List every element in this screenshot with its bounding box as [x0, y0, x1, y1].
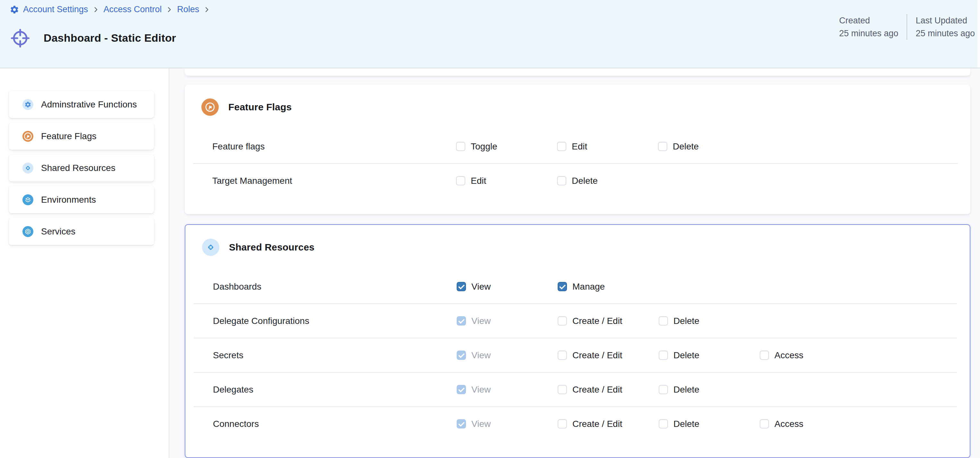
- sidebar-item-environments[interactable]: Environments: [9, 186, 154, 213]
- permission-edit: Edit: [456, 176, 557, 186]
- shared-resources-icon: [202, 239, 220, 256]
- role-target-icon: [10, 28, 31, 49]
- checkbox-access[interactable]: [760, 351, 769, 360]
- permission-access: Access: [760, 419, 861, 429]
- checkbox-create-edit[interactable]: [558, 316, 567, 326]
- section-title: Shared Resources: [229, 242, 315, 253]
- permission-label: Edit: [471, 176, 486, 186]
- sidebar-item-label: Services: [41, 226, 75, 237]
- permission-label: View: [471, 281, 491, 292]
- permission-row-delegates: DelegatesViewCreate / EditDelete: [185, 373, 970, 406]
- resource-label: Feature flags: [212, 142, 456, 152]
- sidebar-item-label: Environments: [41, 195, 96, 205]
- section-shared-resources: Shared ResourcesDashboardsViewManageDele…: [185, 224, 970, 458]
- permission-toggle: Toggle: [456, 142, 557, 152]
- resource-label: Delegate Configurations: [213, 316, 457, 326]
- checkbox-delete[interactable]: [659, 316, 668, 326]
- sidebar-item-shared-resources[interactable]: Shared Resources: [9, 154, 154, 181]
- sidebar-item-feature-flags[interactable]: Feature Flags: [9, 122, 154, 150]
- checkbox-view: [457, 385, 466, 394]
- permission-row-target-management: Target ManagementEditDelete: [185, 164, 970, 197]
- services-icon: [22, 226, 33, 237]
- permission-label: Toggle: [471, 142, 497, 152]
- checkbox-view: [457, 351, 466, 360]
- checkbox-delete[interactable]: [557, 176, 566, 185]
- permission-label: Delete: [673, 142, 699, 152]
- permission-view: View: [457, 419, 558, 429]
- permission-delete: Delete: [659, 316, 760, 326]
- permission-label: Edit: [572, 142, 587, 152]
- sidebar-item-services[interactable]: Services: [9, 218, 154, 245]
- checkbox-access[interactable]: [760, 419, 769, 428]
- checkbox-edit[interactable]: [456, 176, 465, 185]
- scrolled-card-edge: [185, 68, 970, 76]
- permission-view: View: [457, 385, 558, 395]
- permission-label: Create / Edit: [573, 316, 622, 326]
- permission-label: View: [471, 419, 491, 429]
- feature-flags-icon: [22, 131, 33, 142]
- permission-view: View: [457, 350, 558, 361]
- resource-label: Target Management: [212, 176, 456, 186]
- permission-create-edit: Create / Edit: [558, 316, 659, 326]
- breadcrumb-link-access-control[interactable]: Access Control: [103, 5, 162, 14]
- checkbox-create-edit[interactable]: [558, 419, 567, 428]
- created-label: Created: [839, 14, 899, 27]
- permission-manage: Manage: [558, 281, 659, 292]
- chevron-right-icon: [165, 6, 173, 13]
- checkbox-toggle[interactable]: [456, 142, 465, 151]
- permission-label: View: [471, 350, 491, 361]
- permission-label: Access: [775, 419, 803, 429]
- gear-icon: [22, 99, 33, 110]
- permission-delete: Delete: [659, 419, 760, 429]
- resource-label: Connectors: [213, 419, 457, 429]
- breadcrumb-link-roles[interactable]: Roles: [177, 5, 199, 14]
- resource-category-sidebar: Adminstrative FunctionsFeature FlagsShar…: [0, 68, 169, 458]
- section-header: Shared Resources: [185, 225, 970, 270]
- sidebar-item-adminstrative-functions[interactable]: Adminstrative Functions: [9, 91, 154, 118]
- checkbox-view: [457, 419, 466, 428]
- permission-create-edit: Create / Edit: [558, 419, 659, 429]
- permission-label: Create / Edit: [573, 419, 622, 429]
- scrollbar-track[interactable]: [977, 0, 980, 68]
- sidebar-item-label: Adminstrative Functions: [41, 99, 137, 110]
- permission-label: Manage: [573, 281, 605, 292]
- sidebar-item-label: Shared Resources: [41, 163, 115, 173]
- checkbox-create-edit[interactable]: [558, 385, 567, 394]
- permission-label: Delete: [673, 350, 699, 361]
- permission-label: Delete: [572, 176, 598, 186]
- chevron-right-icon: [92, 6, 100, 13]
- resource-label: Delegates: [213, 385, 457, 395]
- permission-delete: Delete: [659, 350, 760, 361]
- breadcrumb-link-account-settings[interactable]: Account Settings: [23, 5, 88, 14]
- last-updated-label: Last Updated: [916, 14, 975, 27]
- last-updated-meta: Last Updated 25 minutes ago: [916, 14, 975, 40]
- created-value: 25 minutes ago: [839, 27, 899, 40]
- card-padding: [185, 441, 970, 457]
- permission-create-edit: Create / Edit: [558, 385, 659, 395]
- checkbox-view[interactable]: [457, 282, 466, 291]
- created-meta: Created 25 minutes ago: [839, 14, 899, 40]
- resource-label: Secrets: [213, 350, 457, 361]
- checkbox-delete[interactable]: [658, 142, 667, 151]
- permission-label: View: [471, 316, 491, 326]
- role-meta: Created 25 minutes ago Last Updated 25 m…: [839, 14, 975, 40]
- permission-edit: Edit: [557, 142, 658, 152]
- page-header: Account SettingsAccess ControlRoles Dash…: [0, 0, 980, 68]
- sidebar-item-label: Feature Flags: [41, 131, 97, 142]
- checkbox-manage[interactable]: [558, 282, 567, 291]
- checkbox-delete[interactable]: [659, 419, 668, 428]
- section-title: Feature Flags: [228, 102, 292, 113]
- checkbox-create-edit[interactable]: [558, 351, 567, 360]
- permission-label: Delete: [673, 419, 699, 429]
- last-updated-value: 25 minutes ago: [916, 27, 975, 40]
- chevron-right-icon: [203, 6, 211, 13]
- permission-label: Delete: [673, 385, 699, 395]
- permission-row-connectors: ConnectorsViewCreate / EditDeleteAccess: [185, 407, 970, 441]
- checkbox-edit[interactable]: [557, 142, 566, 151]
- environments-icon: [22, 194, 33, 205]
- permission-label: Delete: [673, 316, 699, 326]
- checkbox-delete[interactable]: [659, 385, 668, 394]
- checkbox-delete[interactable]: [659, 351, 668, 360]
- section-feature-flags: Feature FlagsFeature flagsToggleEditDele…: [185, 85, 970, 214]
- permission-label: Access: [775, 350, 803, 361]
